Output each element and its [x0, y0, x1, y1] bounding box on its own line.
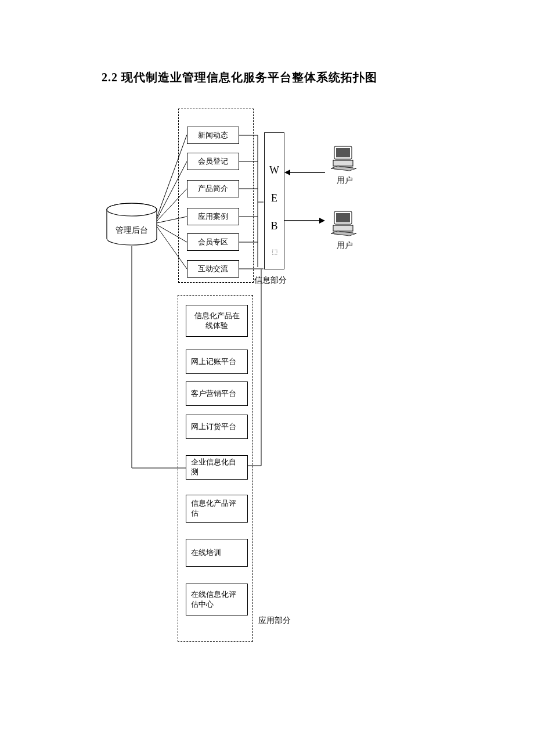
db-to-app-connector: [130, 246, 188, 473]
svg-marker-19: [319, 218, 325, 224]
web-to-app-connector: [248, 269, 265, 470]
web-link-icon: ⬚: [272, 248, 277, 255]
svg-rect-27: [336, 213, 350, 222]
diagram-canvas: 管理后台 新闻动态 会员登记 产品简介 应用案例 会员专区 互动交流 信息部分 …: [0, 0, 534, 756]
svg-line-14: [157, 225, 187, 242]
user-label-2: 用户: [337, 240, 353, 251]
info-box-member-reg: 会员登记: [187, 153, 239, 170]
database-icon: [106, 203, 158, 243]
app-box-customer-marketing: 客户营销平台: [186, 381, 248, 406]
info-box-news: 新闻动态: [187, 127, 239, 144]
web-letter-w: W: [269, 164, 279, 177]
app-box-online-training: 在线培训: [186, 539, 248, 567]
info-box-interact: 互动交流: [187, 260, 239, 278]
app-box-online-trial: 信息化产品在线体验: [186, 305, 248, 337]
computer-icon-2: [330, 210, 359, 239]
web-user-arrows: [284, 165, 328, 229]
computer-icon-1: [330, 145, 359, 174]
app-section-label: 应用部分: [258, 615, 291, 626]
app-box-eval-center: 在线信息化评估中心: [186, 584, 248, 615]
user-label-1: 用户: [337, 175, 353, 186]
web-letter-b: B: [270, 220, 277, 232]
svg-line-13: [157, 217, 187, 223]
svg-marker-17: [284, 170, 290, 175]
info-box-case: 应用案例: [187, 208, 239, 225]
info-box-product-intro: 产品简介: [187, 180, 239, 197]
database-label: 管理后台: [116, 225, 148, 236]
svg-rect-28: [333, 225, 353, 231]
web-letter-e: E: [271, 192, 277, 204]
svg-rect-21: [336, 148, 350, 157]
info-box-member-area: 会员专区: [187, 233, 239, 251]
info-to-web-connectors: [239, 132, 268, 283]
app-box-product-eval: 信息化产品评估: [186, 495, 248, 523]
app-box-self-assess: 企业信息化自测: [186, 455, 248, 480]
svg-line-11: [157, 161, 187, 219]
app-box-online-ordering: 网上订货平台: [186, 415, 248, 439]
app-box-online-accounting: 网上记账平台: [186, 350, 248, 374]
svg-rect-22: [333, 160, 353, 166]
